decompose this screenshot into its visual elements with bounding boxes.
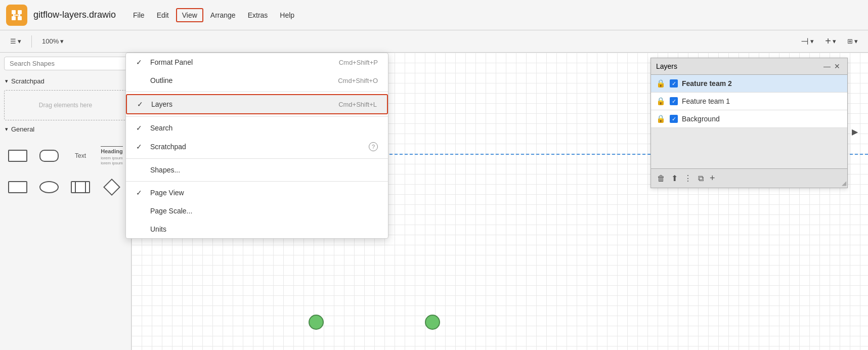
layers-label: Layers (151, 100, 338, 108)
layout-button[interactable]: ☰ ▾ (6, 35, 25, 47)
scratchpad-chevron: ▾ (5, 78, 8, 84)
checkmark-page-scale (136, 207, 146, 215)
format-panel-shortcut: Cmd+Shift+P (339, 59, 378, 66)
canvas-circle-2 (425, 315, 440, 330)
shape-diamond-visual (103, 179, 120, 196)
layer-row-feature2[interactable]: 🔒 Feature team 2 (651, 75, 847, 93)
shape-heading-text: lorem ipsumlorem ipsum (101, 156, 123, 165)
search-shapes-input[interactable] (4, 57, 127, 70)
layer-row-feature1[interactable]: 🔒 Feature team 1 (651, 93, 847, 110)
app-title: gitflow-layers.drawio (33, 10, 116, 20)
layers-more-button[interactable]: ⋮ (684, 173, 692, 183)
svg-rect-3 (18, 16, 22, 20)
sidebar: ▾ Scratchpad Drag elements here ▾ Genera… (0, 53, 132, 350)
layers-minimize-button[interactable]: — (822, 61, 832, 71)
layer-checkbox-feature2[interactable] (670, 79, 678, 88)
layers-shortcut: Cmd+Shift+L (338, 101, 377, 108)
page-scale-label: Page Scale... (150, 207, 378, 215)
svg-rect-1 (18, 10, 22, 14)
shapes-label: Shapes... (150, 166, 378, 174)
sidebar-scratchpad-section[interactable]: ▾ Scratchpad (0, 74, 131, 88)
sidebar-general-section[interactable]: ▾ General (0, 122, 131, 136)
menu-bar: File Edit View Arrange Extras Help (128, 8, 299, 22)
layers-add-button[interactable]: + (710, 173, 715, 184)
app-logo (6, 5, 27, 26)
svg-rect-0 (12, 10, 16, 14)
outline-shortcut: Cmd+Shift+O (338, 77, 378, 84)
layer-lock-icon-feature2: 🔒 (656, 79, 666, 88)
shape-rect-2[interactable] (4, 173, 31, 201)
shape-diamond[interactable] (98, 173, 125, 201)
menu-view[interactable]: View (176, 8, 203, 22)
shape-text-label: Text (75, 152, 86, 159)
dropdown-item-units[interactable]: Units (126, 220, 388, 238)
grid-button[interactable]: ⊞ ▾ (843, 35, 862, 47)
canvas-arrow: ▶ (852, 127, 858, 276)
outline-label: Outline (150, 76, 338, 84)
grid-icon: ⊞ (847, 37, 853, 45)
dropdown-item-scratchpad[interactable]: ✓ Scratchpad ? (126, 137, 388, 156)
svg-rect-2 (12, 16, 16, 20)
checkmark-page-view: ✓ (136, 189, 146, 197)
checkmark-units (136, 225, 146, 233)
menu-help[interactable]: Help (275, 9, 299, 21)
menu-extras[interactable]: Extras (243, 9, 273, 21)
dropdown-item-format-panel[interactable]: ✓ Format Panel Cmd+Shift+P (126, 53, 388, 71)
scratchpad-label: Scratchpad (11, 77, 45, 85)
layers-footer: 🗑 ⬆ ⋮ ⧉ + (651, 168, 847, 188)
layers-copy-button[interactable]: ⧉ (698, 174, 704, 183)
layers-move-button[interactable]: ⬆ (671, 173, 678, 183)
zoom-dropdown-icon: ▾ (60, 37, 64, 45)
dropdown-item-search[interactable]: ✓ Search (126, 119, 388, 137)
layout-dropdown: ▾ (18, 37, 21, 45)
insert-icon: ⊣ (801, 36, 809, 47)
shape-process[interactable] (67, 173, 94, 201)
checkmark-layers: ✓ (137, 100, 147, 108)
layers-title: Layers (656, 62, 822, 70)
insert-button[interactable]: ⊣ ▾ (797, 34, 818, 49)
dropdown-item-page-view[interactable]: ✓ Page View (126, 184, 388, 202)
title-bar: gitflow-layers.drawio File Edit View Arr… (0, 0, 868, 30)
units-label: Units (150, 225, 378, 233)
shape-process-visual (71, 181, 90, 193)
plus-button[interactable]: + ▾ (821, 33, 840, 49)
menu-file[interactable]: File (128, 9, 150, 21)
grid-dropdown-icon: ▾ (854, 37, 858, 45)
canvas-circle-1 (309, 315, 324, 330)
scratchpad-help-icon[interactable]: ? (369, 142, 378, 151)
shape-heading[interactable]: Heading lorem ipsumlorem ipsum (98, 142, 125, 169)
shape-rectangle[interactable] (4, 142, 31, 169)
format-panel-label: Format Panel (150, 58, 339, 66)
menu-edit[interactable]: Edit (152, 9, 174, 21)
dropdown-item-shapes[interactable]: Shapes... (126, 161, 388, 179)
layer-lock-icon-feature1: 🔒 (656, 97, 666, 106)
layer-name-background: Background (682, 115, 720, 123)
menu-arrange[interactable]: Arrange (205, 9, 241, 21)
layers-resize-handle[interactable]: ◢ (842, 180, 846, 187)
checkmark-outline (136, 76, 146, 84)
checkmark-format-panel: ✓ (136, 58, 146, 66)
shape-text[interactable]: Text (67, 142, 94, 169)
dropdown-separator-4 (126, 181, 388, 182)
checkmark-shapes (136, 166, 146, 174)
zoom-control[interactable]: 100% ▾ (38, 35, 68, 47)
toolbar: ☰ ▾ 100% ▾ ⊣ ▾ + ▾ ⊞ ▾ (0, 30, 868, 53)
dropdown-item-page-scale[interactable]: Page Scale... (126, 202, 388, 220)
general-label: General (11, 125, 34, 133)
scratchpad-hint: Drag elements here (39, 102, 92, 109)
layers-delete-button[interactable]: 🗑 (657, 174, 665, 183)
scratchpad-menu-label: Scratchpad (150, 143, 366, 151)
shape-rounded-rect[interactable] (35, 142, 63, 169)
dropdown-item-layers[interactable]: ✓ Layers Cmd+Shift+L (126, 94, 388, 114)
layer-checkbox-feature1[interactable] (670, 97, 678, 105)
shape-rect-visual (8, 150, 27, 162)
layer-name-feature1: Feature team 1 (682, 97, 730, 105)
layers-header: Layers — ✕ (651, 58, 847, 75)
shape-ellipse[interactable] (35, 173, 63, 201)
layers-close-button[interactable]: ✕ (832, 61, 842, 71)
shape-heading-visual: Heading (101, 146, 122, 154)
general-chevron: ▾ (5, 126, 8, 133)
layer-checkbox-background[interactable] (670, 115, 678, 123)
dropdown-item-outline[interactable]: Outline Cmd+Shift+O (126, 71, 388, 90)
layer-row-background[interactable]: 🔒 Background (651, 110, 847, 128)
